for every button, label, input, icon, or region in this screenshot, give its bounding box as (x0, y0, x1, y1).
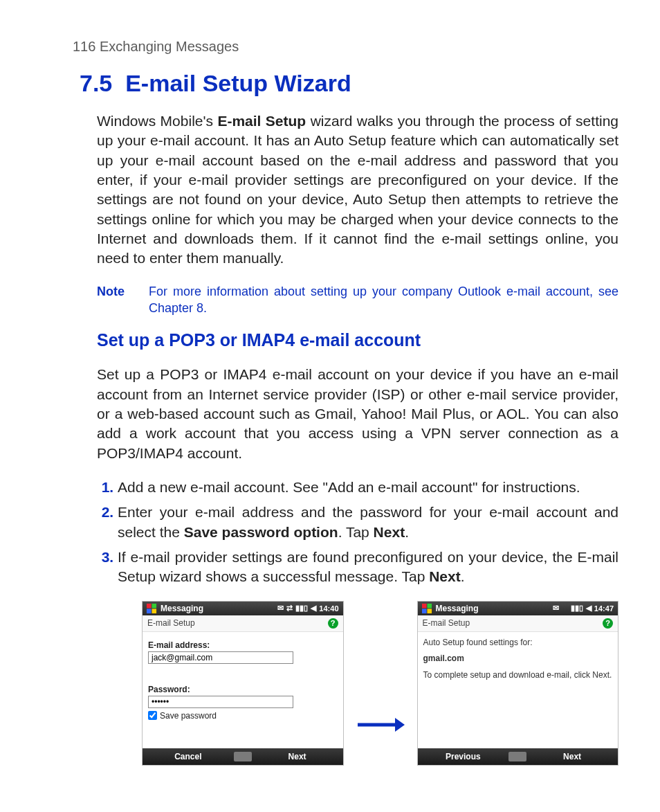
phone-screen-2: Messaging ✉ ⇄ ▮▮▯ ◀ 14:47 E-mail Setup ?… (417, 601, 619, 766)
volume-icon: ◀ (586, 604, 592, 613)
svg-rect-7 (427, 604, 432, 608)
step-3: If e-mail provider settings are found pr… (118, 548, 618, 587)
svg-marker-5 (395, 718, 405, 732)
running-head: 116 Exchanging Messages (73, 39, 618, 55)
bubble-icon: ✉ (277, 604, 284, 613)
volume-icon: ◀ (311, 604, 316, 613)
bubble-icon: ✉ (553, 604, 559, 613)
svg-rect-1 (152, 604, 157, 608)
email-label: E-mail address: (148, 640, 338, 650)
previous-button[interactable]: Previous (418, 752, 509, 761)
phone2-body: Auto Setup found settings for: gmail.com… (418, 632, 618, 748)
svg-rect-9 (427, 608, 432, 613)
screenshot-row: Messaging ✉ ⇄ ▮▮▯ ◀ 14:40 E-mail Setup ?… (142, 601, 618, 766)
section-heading: 7.5 E-mail Setup Wizard (80, 70, 618, 97)
windows-start-icon[interactable] (147, 604, 157, 613)
phone1-subheader: E-mail Setup ? (143, 615, 343, 632)
note-body: For more information about setting up yo… (149, 283, 618, 317)
phone2-title: Messaging (436, 604, 479, 613)
keyboard-icon[interactable] (508, 752, 526, 761)
section-number: 7.5 (80, 70, 112, 96)
phone2-status-icons: ✉ ⇄ ▮▮▯ ◀ 14:47 (553, 604, 614, 613)
autosetup-msg: Auto Setup found settings for: (423, 638, 613, 649)
phone2-titlebar: Messaging ✉ ⇄ ▮▮▯ ◀ 14:47 (418, 602, 618, 615)
phone1-title: Messaging (161, 604, 203, 613)
intro-bold: E-mail Setup (217, 113, 306, 129)
phone1-status-icons: ✉ ⇄ ▮▮▯ ◀ 14:40 (277, 604, 338, 613)
intro-paragraph: Windows Mobile's E-mail Setup wizard wal… (97, 111, 618, 269)
arrow-right-icon (356, 716, 405, 733)
save-password-label: Save password (160, 711, 217, 721)
note-block: Note For more information about setting … (97, 283, 618, 317)
password-input[interactable] (148, 696, 293, 708)
windows-start-icon[interactable] (422, 604, 432, 613)
complete-msg: To complete setup and download e-mail, c… (423, 670, 613, 681)
keyboard-icon[interactable] (234, 752, 252, 761)
svg-rect-8 (422, 608, 427, 613)
phone2-time: 14:47 (594, 604, 614, 613)
subsection-heading: Set up a POP3 or IMAP4 e-mail account (97, 330, 618, 350)
provider-name: gmail.com (423, 653, 613, 665)
save-password-checkbox[interactable] (148, 711, 157, 720)
signal-icon: ▮▮▯ (295, 604, 308, 613)
phone1-titlebar: Messaging ✉ ⇄ ▮▮▯ ◀ 14:40 (143, 602, 343, 615)
svg-rect-0 (147, 604, 152, 608)
email-input[interactable] (148, 651, 293, 664)
phone2-subheader: E-mail Setup ? (418, 615, 618, 632)
subsection-body: Set up a POP3 or IMAP4 e-mail account on… (97, 365, 618, 463)
steps-list: Add a new e-mail account. See "Add an e-… (97, 478, 618, 587)
step-2: Enter your e-mail address and the passwo… (118, 503, 618, 542)
svg-rect-2 (147, 608, 152, 613)
next-button[interactable]: Next (252, 752, 343, 761)
help-icon[interactable]: ? (603, 618, 613, 629)
password-label: Password: (148, 685, 338, 694)
phone1-footer: Cancel Next (143, 748, 343, 765)
step-1: Add a new e-mail account. See "Add an e-… (118, 478, 618, 497)
phone-screen-1: Messaging ✉ ⇄ ▮▮▯ ◀ 14:40 E-mail Setup ?… (142, 601, 344, 766)
svg-rect-6 (422, 604, 427, 608)
phone1-time: 14:40 (319, 604, 338, 613)
note-label: Note (97, 283, 149, 317)
svg-rect-3 (152, 608, 157, 613)
help-icon[interactable]: ? (328, 618, 338, 629)
phone1-body: E-mail address: Password: Save password (143, 632, 343, 748)
signal-icon: ▮▮▯ (571, 604, 583, 613)
cancel-button[interactable]: Cancel (143, 752, 234, 761)
section-title: E-mail Setup Wizard (125, 70, 351, 96)
sync-icon: ⇄ (286, 604, 293, 613)
next-button[interactable]: Next (526, 752, 618, 761)
phone2-footer: Previous Next (418, 748, 618, 765)
